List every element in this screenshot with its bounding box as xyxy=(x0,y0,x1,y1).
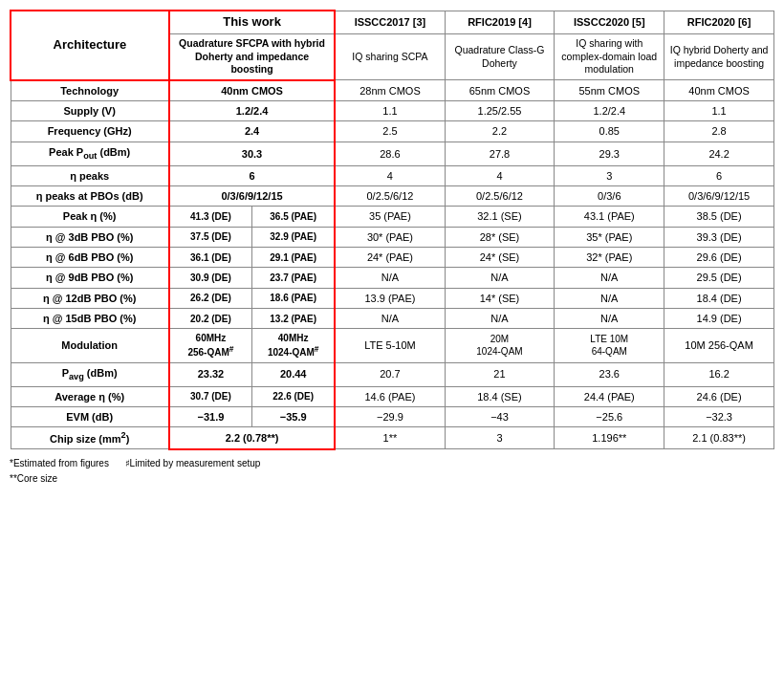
row-label-pout: Peak Pout (dBm) xyxy=(11,142,169,165)
rfic20-header: RFIC2020 [6] xyxy=(664,11,774,33)
rfic20-technology: 40nm CMOS xyxy=(664,80,774,101)
rfic20-eta-peaks: 6 xyxy=(664,165,774,185)
table-row: Peak Pout (dBm) 30.3 28.6 27.8 29.3 24.2 xyxy=(11,142,774,165)
isscc20-eta-9db: N/A xyxy=(555,268,664,288)
tw-evm-a: −31.9 xyxy=(169,406,252,426)
tw-pavg-b: 20.44 xyxy=(252,362,336,386)
table-row: Peak η (%) 41.3 (DE) 36.5 (PAE) 35 (PAE)… xyxy=(11,207,774,227)
tw-eta-6db-a: 36.1 (DE) xyxy=(169,248,252,268)
row-label-pavg: Pavg (dBm) xyxy=(11,362,169,386)
row-label-eta-3db: η @ 3dB PBO (%) xyxy=(11,227,169,247)
row-label-supply: Supply (V) xyxy=(11,101,169,121)
row-label-modulation: Modulation xyxy=(11,329,169,362)
row-label-eta-15db: η @ 15dB PBO (%) xyxy=(11,308,169,328)
rfic19-mod: 20M1024-QAM xyxy=(445,329,555,362)
table-row: η peaks at PBOs (dB) 0/3/6/9/12/15 0/2.5… xyxy=(11,186,774,207)
row-label-peak-eta: Peak η (%) xyxy=(11,207,169,227)
rfic19-eta-6db: 24* (SE) xyxy=(445,248,555,268)
row-label-evm: EVM (dB) xyxy=(11,406,169,426)
isscc20-mod: LTE 10M64-QAM xyxy=(555,329,664,362)
tw-eta-3db-a: 37.5 (DE) xyxy=(169,227,252,247)
rfic19-header: RFIC2019 [4] xyxy=(445,11,555,33)
isscc20-chipsize: 1.196** xyxy=(555,427,664,449)
rfic19-supply: 1.25/2.55 xyxy=(445,101,555,121)
rfic19-peak-eta: 32.1 (SE) xyxy=(445,207,555,227)
tw-eta-15db-a: 20.2 (DE) xyxy=(169,308,252,328)
isscc20-eta-6db: 32* (PAE) xyxy=(555,248,664,268)
tw-avg-eta-b: 22.6 (DE) xyxy=(252,386,336,406)
row-label-freq: Frequency (GHz) xyxy=(11,121,169,142)
footnotes: *Estimated from figures ♯Limited by meas… xyxy=(10,456,774,487)
tw-eta-9db-a: 30.9 (DE) xyxy=(169,268,252,288)
footnote-1: *Estimated from figures xyxy=(10,458,109,468)
isscc20-pavg: 23.6 xyxy=(555,362,664,386)
isscc20-eta-peaks: 3 xyxy=(555,165,664,185)
row-label-eta-peaks: η peaks xyxy=(11,165,169,185)
rfic20-mod: 10M 256-QAM xyxy=(664,329,774,362)
isscc20-eta-pbos: 0/3/6 xyxy=(555,186,664,207)
table-row: Modulation 60MHz256-QAM# 40MHz1024-QAM# … xyxy=(11,329,774,362)
rfic20-avg-eta: 24.6 (DE) xyxy=(664,386,774,406)
this-work-arch: Quadrature SFCPA with hybrid Doherty and… xyxy=(169,33,335,79)
isscc17-pout: 28.6 xyxy=(335,142,445,165)
tw-eta-6db-b: 29.1 (PAE) xyxy=(252,248,336,268)
table-row: Technology 40nm CMOS 28nm CMOS 65nm CMOS… xyxy=(11,80,774,101)
isscc17-technology: 28nm CMOS xyxy=(335,80,445,101)
tw-mod-b: 40MHz1024-QAM# xyxy=(252,329,336,362)
rfic20-peak-eta: 38.5 (DE) xyxy=(664,207,774,227)
rfic19-eta-12db: 14* (SE) xyxy=(445,288,555,308)
isscc20-avg-eta: 24.4 (PAE) xyxy=(555,386,664,406)
isscc17-freq: 2.5 xyxy=(335,121,445,142)
table-row: Pavg (dBm) 23.32 20.44 20.7 21 23.6 16.2 xyxy=(11,362,774,386)
rfic20-eta-pbos: 0/3/6/9/12/15 xyxy=(664,186,774,207)
row-label-chipsize: Chip size (mm2) xyxy=(11,427,169,449)
isscc17-eta-9db: N/A xyxy=(335,268,445,288)
isscc20-pout: 29.3 xyxy=(555,142,664,165)
footnote-2: ♯Limited by measurement setup xyxy=(125,458,261,468)
table-row: η @ 9dB PBO (%) 30.9 (DE) 23.7 (PAE) N/A… xyxy=(11,268,774,288)
isscc17-supply: 1.1 xyxy=(335,101,445,121)
tw-eta-3db-b: 32.9 (PAE) xyxy=(252,227,336,247)
isscc17-mod: LTE 5-10M xyxy=(335,329,445,362)
tw-eta-9db-b: 23.7 (PAE) xyxy=(252,268,336,288)
row-label-eta-9db: η @ 9dB PBO (%) xyxy=(11,268,169,288)
isscc17-eta-6db: 24* (PAE) xyxy=(335,248,445,268)
tw-freq: 2.4 xyxy=(169,121,335,142)
rfic20-arch: IQ hybrid Doherty and impedance boosting xyxy=(664,33,774,79)
architecture-header: Architecture xyxy=(11,11,169,80)
rfic20-eta-3db: 39.3 (DE) xyxy=(664,227,774,247)
footnote-3: **Core size xyxy=(10,473,57,484)
rfic20-supply: 1.1 xyxy=(664,101,774,121)
tw-supply: 1.2/2.4 xyxy=(169,101,335,121)
isscc17-arch: IQ sharing SCPA xyxy=(335,33,445,79)
rfic19-eta-3db: 28* (SE) xyxy=(445,227,555,247)
rfic19-freq: 2.2 xyxy=(445,121,555,142)
row-label-eta-6db: η @ 6dB PBO (%) xyxy=(11,248,169,268)
rfic19-eta-15db: N/A xyxy=(445,308,555,328)
rfic19-pavg: 21 xyxy=(445,362,555,386)
table-row: Frequency (GHz) 2.4 2.5 2.2 0.85 2.8 xyxy=(11,121,774,142)
row-label-technology: Technology xyxy=(11,80,169,101)
tw-pout: 30.3 xyxy=(169,142,335,165)
rfic20-evm: −32.3 xyxy=(664,406,774,426)
table-row: Chip size (mm2) 2.2 (0.78**) 1** 3 1.196… xyxy=(11,427,774,449)
rfic20-chipsize: 2.1 (0.83**) xyxy=(664,427,774,449)
isscc20-eta-12db: N/A xyxy=(555,288,664,308)
isscc20-arch: IQ sharing with complex-domain load modu… xyxy=(555,33,664,79)
isscc17-eta-15db: N/A xyxy=(335,308,445,328)
rfic19-pout: 27.8 xyxy=(445,142,555,165)
row-label-eta-pbos: η peaks at PBOs (dB) xyxy=(11,186,169,207)
rfic19-eta-peaks: 4 xyxy=(445,165,555,185)
isscc17-evm: −29.9 xyxy=(335,406,445,426)
rfic20-eta-12db: 18.4 (DE) xyxy=(664,288,774,308)
rfic20-eta-6db: 29.6 (DE) xyxy=(664,248,774,268)
isscc17-peak-eta: 35 (PAE) xyxy=(335,207,445,227)
rfic19-arch: Quadrature Class-G Doherty xyxy=(445,33,555,79)
rfic20-eta-9db: 29.5 (DE) xyxy=(664,268,774,288)
tw-mod-a: 60MHz256-QAM# xyxy=(169,329,252,362)
tw-pavg-a: 23.32 xyxy=(169,362,252,386)
rfic20-eta-15db: 14.9 (DE) xyxy=(664,308,774,328)
tw-eta-12db-b: 18.6 (PAE) xyxy=(252,288,336,308)
tw-technology: 40nm CMOS xyxy=(169,80,335,101)
isscc20-technology: 55nm CMOS xyxy=(555,80,664,101)
